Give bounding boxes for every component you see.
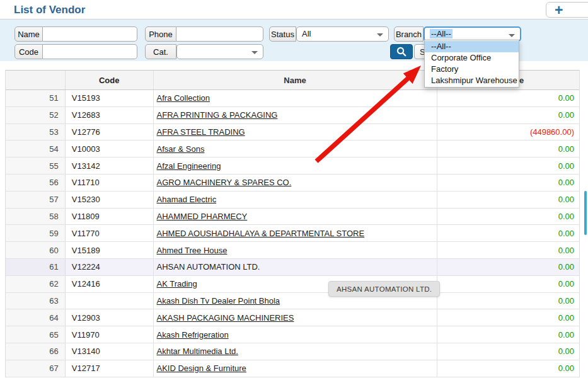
table-row[interactable]: 56 V11710 AGRO MACHINERY & SPARES CO. 0.… [6, 175, 579, 192]
table-row[interactable]: 60 V15189 Ahmed Tree House 0.00 [6, 242, 579, 259]
vendor-balance: 0.00 [558, 229, 574, 238]
table-row[interactable]: 67 V12717 AKID Design & Furniture 0.00 [6, 360, 579, 377]
row-number: 62 [6, 276, 66, 292]
vendor-code: V11710 [66, 175, 154, 191]
vendor-code: V12717 [66, 360, 154, 377]
row-number: 66 [6, 343, 66, 360]
vendor-balance: 0.00 [558, 110, 574, 120]
table-row[interactable]: 66 V13140 Akhtar Multimedia Ltd. 0.00 [6, 343, 579, 360]
table-row[interactable]: 65 V11970 Akash Refrigeration 0.00 [6, 326, 579, 343]
branch-selected-value: --All-- [430, 29, 453, 38]
vendor-name-link[interactable]: AHMED AOUSHADHALAYA & DEPARTMENTAL STORE [157, 229, 365, 238]
vendor-name-link[interactable]: AFRA PRINTING & PACKAGING [157, 110, 278, 120]
vendor-balance: 0.00 [558, 195, 574, 204]
vendor-code: V12903 [66, 309, 154, 326]
row-number: 56 [6, 175, 66, 191]
vendor-name-link[interactable]: Akash Dish Tv Dealer Point Bhola [157, 296, 280, 306]
vendor-balance: 0.00 [558, 144, 574, 154]
branch-option[interactable]: Corporate Office [425, 52, 519, 64]
plus-icon: + [555, 4, 563, 16]
vendor-balance: 0.00 [558, 161, 574, 171]
code-filter-group: Code [14, 44, 137, 59]
table-row[interactable]: 52 V12683 AFRA PRINTING & PACKAGING 0.00 [6, 107, 579, 124]
table-row[interactable]: 51 V15193 Afra Collection 0.00 [6, 90, 579, 107]
table-row[interactable]: 55 V13142 Afzal Engineering 0.00 [6, 158, 579, 175]
status-select[interactable]: All [296, 26, 389, 42]
table-row[interactable]: 62 V12416 AK Trading 0.00 [6, 276, 579, 293]
search-button[interactable] [390, 44, 413, 59]
vendor-name-link[interactable]: AKASH PACKAGING MACHINERIES [157, 313, 294, 323]
table-row[interactable]: 57 V15230 Ahamad Electric 0.00 [6, 192, 579, 209]
row-number: 58 [6, 209, 66, 225]
vendor-balance: 0.00 [558, 212, 574, 221]
vendor-name-link[interactable]: Afsar & Sons [157, 144, 205, 154]
category-filter-group: Cat. [145, 44, 176, 59]
vendor-name-link[interactable]: AGRO MACHINERY & SPARES CO. [157, 178, 292, 187]
vendor-code: V15193 [66, 90, 154, 106]
add-vendor-button[interactable]: + [546, 2, 588, 18]
page-title: List of Vendor [14, 4, 85, 16]
table-row[interactable]: 64 V12903 AKASH PACKAGING MACHINERIES 0.… [6, 309, 579, 326]
category-select[interactable] [176, 44, 263, 59]
branch-option[interactable]: Factory [425, 64, 519, 75]
vendor-name-link[interactable]: Ahmed Tree House [157, 246, 228, 255]
vendor-balance: 0.00 [558, 178, 574, 187]
status-selected-value: All [302, 29, 311, 38]
table-row[interactable]: 58 V11809 AHAMMED PHARMECY 0.00 [6, 209, 579, 226]
branch-label: Branch [394, 26, 424, 42]
category-label: Cat. [145, 44, 176, 59]
row-number: 53 [6, 124, 66, 140]
vendor-name-link[interactable]: AHSAN AUTOMATION LTD. [157, 262, 260, 272]
table-row[interactable]: 53 V12776 AFRA STEEL TRADING (449860.00) [6, 124, 579, 141]
vendor-code: V11770 [66, 225, 154, 241]
row-number: 65 [6, 326, 66, 343]
status-label: Status [269, 26, 296, 42]
vendor-code: V15230 [66, 192, 154, 208]
chevron-down-icon [251, 51, 258, 54]
vendor-name-link[interactable]: AKID Design & Furniture [157, 364, 246, 373]
vendor-balance: 0.00 [558, 364, 574, 373]
phone-input[interactable] [176, 26, 263, 42]
vendor-code: V13142 [66, 158, 154, 174]
vendor-name-link[interactable]: AFRA STEEL TRADING [157, 127, 245, 137]
table-row[interactable]: 59 V11770 AHMED AOUSHADHALAYA & DEPARTME… [6, 225, 579, 242]
vendor-name-link[interactable]: Akhtar Multimedia Ltd. [157, 346, 238, 356]
vendor-name-link[interactable]: Akash Refrigeration [157, 330, 229, 340]
vendor-name-link[interactable]: AHAMMED PHARMECY [157, 212, 248, 221]
table-row[interactable]: 54 V10003 Afsar & Sons 0.00 [6, 140, 579, 158]
code-input[interactable] [43, 44, 137, 59]
vendor-code: V13140 [66, 343, 154, 360]
vendor-code: V15189 [66, 242, 154, 258]
branch-option[interactable]: Lakshmipur Warehouse [425, 75, 519, 86]
vendor-name-link[interactable]: Ahamad Electric [157, 195, 217, 204]
name-input[interactable] [43, 26, 137, 42]
row-number: 61 [6, 259, 66, 275]
search-icon [396, 46, 407, 57]
vendor-balance: 0.00 [558, 346, 574, 356]
vendor-name-link[interactable]: Afra Collection [157, 93, 210, 103]
table-row[interactable]: 61 V12224 AHSAN AUTOMATION LTD. 0.00 [6, 259, 579, 276]
branch-option[interactable]: --All-- [425, 41, 519, 52]
vendor-code: V11970 [66, 326, 154, 343]
row-number: 63 [6, 293, 66, 309]
row-number: 51 [6, 90, 66, 106]
vendor-balance: 0.00 [558, 296, 574, 306]
vendor-balance: 0.00 [558, 262, 574, 272]
vendor-name-link[interactable]: Afzal Engineering [157, 161, 221, 171]
vendor-balance: (449860.00) [530, 127, 574, 137]
row-number: 55 [6, 158, 66, 174]
row-number: 59 [6, 225, 66, 241]
vendor-code: V12224 [66, 259, 154, 275]
row-number: 60 [6, 242, 66, 258]
vendor-balance: 0.00 [558, 313, 574, 323]
vendor-name-link[interactable]: AK Trading [157, 279, 197, 289]
phone-filter-group: Phone [145, 26, 263, 42]
vendor-balance: 0.00 [558, 246, 574, 255]
phone-label: Phone [145, 26, 176, 42]
column-header-code: Code [66, 71, 154, 89]
vendor-table: Code Name Balance 51 V15193 Afra Collect… [5, 70, 580, 377]
vendor-code: V12416 [66, 276, 154, 292]
scrollbar-thumb[interactable] [584, 191, 587, 235]
chevron-down-icon [377, 33, 383, 37]
table-row[interactable]: 63 Akash Dish Tv Dealer Point Bhola 0.00 [6, 293, 579, 310]
